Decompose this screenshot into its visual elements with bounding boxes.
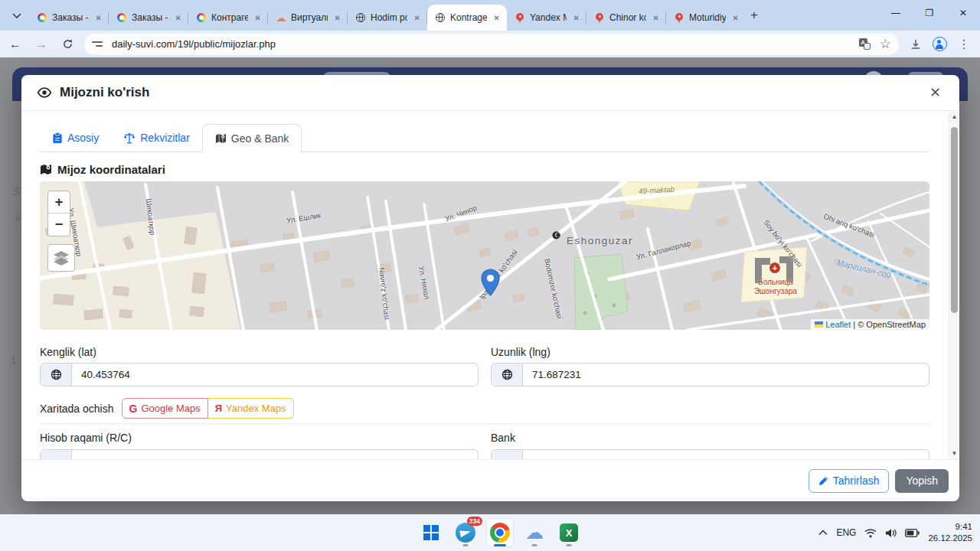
excel-button[interactable]: X: [555, 518, 583, 547]
tab-chinor-kocha[interactable]: Chinor ko'cha✕: [586, 5, 666, 31]
modal-scrollbar[interactable]: ▲ ▼: [949, 112, 959, 458]
windows-logo-icon: [423, 525, 439, 540]
tab-close-icon[interactable]: ✕: [730, 13, 741, 23]
zoom-out-button[interactable]: −: [48, 214, 70, 236]
tab-close-icon[interactable]: ✕: [651, 13, 662, 23]
dimmed-page-text: #: [15, 213, 20, 224]
google-maps-button[interactable]: GGoogle Maps: [122, 398, 208, 419]
tab-close-icon[interactable]: ✕: [332, 13, 343, 23]
lat-input-group: 40.453764: [40, 363, 479, 386]
tab-zakazy-2[interactable]: Заказы - Sma✕: [109, 5, 188, 31]
lng-input[interactable]: 71.687231: [523, 364, 929, 386]
tray-chevron-icon[interactable]: [818, 530, 828, 536]
section-mijoz-koordinatalari: Mijoz koordinatalari: [40, 163, 929, 176]
map-zoom-control: + −: [47, 191, 70, 236]
tab-close-icon[interactable]: ✕: [253, 13, 263, 23]
tab-virtualnaya[interactable]: ☁Виртуальная✕: [268, 5, 348, 31]
tab-close-icon[interactable]: ✕: [93, 13, 104, 23]
lng-input-group: 71.687231: [491, 363, 929, 386]
cloud-app-button[interactable]: ☁: [521, 518, 548, 547]
tab-hodim-portal[interactable]: Hodim portal✕: [348, 5, 427, 31]
tab-kontragentlar-active[interactable]: Kontragentlar✕: [427, 5, 507, 31]
window-maximize-button[interactable]: ❐: [913, 0, 946, 26]
clipboard-icon: [52, 132, 63, 144]
tab-kontragenty[interactable]: Контрагенты✕: [188, 5, 268, 31]
bank-input-group[interactable]: [491, 449, 929, 459]
address-bar[interactable]: daily-suvi.com/19l/public/mijozlar.php A…: [84, 34, 899, 55]
map-layers-button[interactable]: [47, 244, 75, 272]
cloud-icon: ☁: [276, 12, 286, 23]
mijozni-korish-modal: Mijozni ko'rish ✕ Asosiy Rekvizitlar Geo…: [21, 75, 959, 501]
window-close-button[interactable]: ✕: [946, 0, 980, 26]
bank-label: Bank: [491, 432, 515, 444]
tab-moturidiy[interactable]: Moturidiy ko✕: [666, 5, 746, 31]
wifi-icon[interactable]: [864, 528, 877, 538]
lat-label: Kenglik (lat): [40, 346, 479, 358]
modal-body: Asosiy Rekvizitlar Geo & Bank Mijoz koor…: [21, 111, 959, 459]
new-tab-button[interactable]: +: [750, 8, 758, 23]
window-minimize-button[interactable]: —: [879, 0, 913, 26]
reload-icon[interactable]: [57, 34, 78, 55]
account-input-group[interactable]: [40, 449, 479, 459]
globe-icon: [41, 364, 72, 386]
leaflet-map[interactable]: Ул. Шикоатқор Шикоатқор Ул. Ешлик Ул. Чи…: [40, 181, 929, 330]
tab-search-button[interactable]: [6, 5, 28, 27]
telegram-badge: 234: [467, 517, 482, 526]
hospital-icon: +: [769, 262, 780, 273]
tab-zakazy-1[interactable]: Заказы - Sma✕: [29, 5, 109, 31]
profile-avatar-icon[interactable]: [933, 37, 947, 51]
map-pin-icon: [674, 12, 684, 23]
start-button[interactable]: [417, 518, 445, 547]
menu-dots-icon[interactable]: ⋮: [958, 37, 970, 51]
edit-button[interactable]: Tahrirlash: [808, 469, 890, 493]
map-attribution: Leaflet | © OpenStreetMap: [811, 319, 929, 330]
tab-yandex-maps[interactable]: Yandex Maps✕: [507, 5, 586, 31]
lng-label: Uzunlik (lng): [491, 346, 929, 358]
bookmark-star-icon[interactable]: ☆: [880, 36, 891, 52]
map-marker-pin[interactable]: [481, 269, 500, 296]
scroll-down-icon[interactable]: ▼: [949, 448, 959, 458]
place-label-eshonguzar: Eshonguzar: [567, 235, 633, 246]
battery-icon[interactable]: [905, 529, 920, 537]
chrome-button[interactable]: [486, 518, 514, 547]
modal-close-icon[interactable]: ✕: [926, 83, 944, 103]
dimmed-page-text: S: [13, 186, 20, 197]
volume-icon[interactable]: [885, 528, 897, 538]
zoom-in-button[interactable]: +: [48, 191, 70, 214]
tab-close-icon[interactable]: ✕: [412, 13, 423, 23]
tab-geo-bank[interactable]: Geo & Bank: [202, 124, 302, 152]
translate-icon[interactable]: A: [859, 38, 871, 50]
lat-input[interactable]: 40.453764: [72, 364, 478, 386]
back-icon[interactable]: ←: [5, 34, 26, 55]
scroll-up-icon[interactable]: ▲: [949, 112, 959, 122]
scale-icon: [123, 132, 136, 144]
yandex-maps-button[interactable]: ЯYandex Maps: [208, 398, 294, 419]
tray-clock[interactable]: 9:41 26.12.2025: [928, 521, 972, 544]
modal-header: Mijozni ko'rish ✕: [21, 75, 959, 111]
browser-tab-strip: Заказы - Sma✕ Заказы - Sma✕ Контрагенты✕…: [0, 0, 980, 31]
url-text[interactable]: daily-suvi.com/19l/public/mijozlar.php: [112, 38, 859, 50]
yandex-ya-icon: Я: [215, 403, 222, 414]
scrollbar-thumb[interactable]: [951, 127, 958, 313]
forward-icon[interactable]: →: [31, 34, 52, 55]
tab-asosiy[interactable]: Asosiy: [40, 124, 111, 152]
leaflet-link[interactable]: Leaflet: [825, 320, 851, 329]
google-g-icon: G: [129, 403, 138, 415]
osm-attribution[interactable]: | © OpenStreetMap: [853, 320, 926, 329]
download-icon[interactable]: [910, 38, 922, 51]
site-settings-icon[interactable]: [92, 38, 104, 51]
language-indicator[interactable]: ENG: [836, 527, 856, 538]
globe-icon: [492, 364, 523, 386]
dimmed-page-text: 1: [11, 354, 16, 366]
telegram-button[interactable]: 234: [452, 518, 479, 547]
eye-icon: [37, 85, 52, 100]
map-marker-icon: [40, 164, 52, 175]
tab-close-icon[interactable]: ✕: [571, 13, 582, 23]
browser-toolbar: ← → daily-suvi.com/19l/public/mijozlar.p…: [0, 31, 980, 57]
tab-close-icon[interactable]: ✕: [173, 13, 184, 23]
tab-rekvizitlar[interactable]: Rekvizitlar: [111, 124, 202, 152]
tab-close-icon[interactable]: ✕: [492, 13, 502, 23]
close-modal-button[interactable]: Yopish: [895, 469, 949, 493]
ukraine-flag-icon: [815, 321, 823, 328]
mosque-icon: [551, 230, 561, 240]
